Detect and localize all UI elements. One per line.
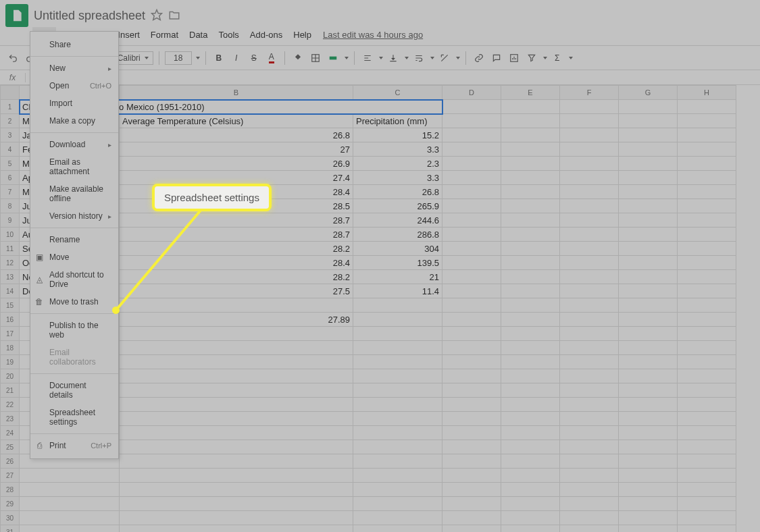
cell[interactable] (619, 497, 678, 511)
row-header[interactable]: 26 (1, 454, 20, 469)
cell[interactable] (501, 228, 560, 242)
cell[interactable] (560, 270, 619, 284)
cell[interactable] (442, 185, 501, 199)
cell[interactable] (619, 341, 678, 355)
cell[interactable] (501, 213, 560, 228)
cell[interactable]: 28.4 (120, 256, 353, 270)
cell[interactable] (619, 185, 678, 199)
col-B[interactable]: B (120, 86, 353, 100)
doc-title[interactable]: Untitled spreadsheet (34, 9, 145, 23)
cell[interactable] (120, 412, 353, 426)
cell[interactable] (678, 228, 736, 242)
menu-format[interactable]: Format (146, 27, 183, 43)
cell[interactable] (442, 454, 501, 469)
row-header[interactable]: 31 (1, 525, 20, 533)
cell[interactable] (678, 412, 736, 426)
cell[interactable] (619, 426, 678, 440)
move-folder-icon[interactable] (168, 9, 180, 23)
cell[interactable] (560, 256, 619, 270)
cell[interactable] (442, 525, 501, 533)
cell[interactable] (501, 128, 560, 142)
row-header[interactable]: 4 (1, 142, 20, 157)
cell[interactable] (442, 369, 501, 383)
cell[interactable] (678, 327, 736, 341)
cell[interactable] (560, 199, 619, 213)
cell[interactable] (501, 525, 560, 533)
col-H[interactable]: H (678, 86, 736, 100)
cell[interactable] (678, 142, 736, 157)
cell[interactable] (501, 242, 560, 256)
cell[interactable]: 27.4 (120, 171, 353, 185)
cell[interactable] (619, 398, 678, 412)
cell[interactable] (560, 228, 619, 242)
italic-button[interactable]: I (229, 50, 244, 66)
row-header[interactable]: 3 (1, 128, 20, 142)
cell[interactable] (560, 525, 619, 533)
row-header[interactable]: 9 (1, 213, 20, 228)
cell[interactable] (353, 369, 442, 383)
cell[interactable] (442, 270, 501, 284)
menu-new[interactable]: New▸ (30, 59, 118, 77)
cell[interactable] (120, 355, 353, 369)
cell[interactable] (619, 199, 678, 213)
cell[interactable] (120, 483, 353, 497)
cell[interactable] (501, 383, 560, 398)
cell[interactable] (120, 440, 353, 454)
cell[interactable] (619, 369, 678, 383)
cell[interactable]: 28.2 (120, 242, 353, 256)
cell[interactable] (353, 298, 442, 313)
cell[interactable] (442, 114, 501, 128)
cell[interactable] (619, 100, 678, 114)
cell[interactable]: 11.4 (353, 284, 442, 298)
row-header[interactable]: 7 (1, 185, 20, 199)
comment-button[interactable] (489, 50, 504, 66)
bold-button[interactable]: B (211, 50, 226, 66)
cell[interactable] (619, 128, 678, 142)
cell[interactable] (619, 454, 678, 469)
cell[interactable] (501, 199, 560, 213)
cell[interactable]: 28.7 (120, 213, 353, 228)
cell[interactable] (442, 483, 501, 497)
row-header[interactable]: 21 (1, 383, 20, 398)
menu-version[interactable]: Version history▸ (30, 207, 118, 225)
fill-color-button[interactable] (290, 50, 305, 66)
cell[interactable] (560, 412, 619, 426)
cell[interactable] (353, 383, 442, 398)
strike-button[interactable]: S (247, 50, 261, 66)
cell[interactable] (442, 355, 501, 369)
cell[interactable] (501, 469, 560, 483)
cell[interactable] (560, 440, 619, 454)
undo-button[interactable] (5, 50, 20, 66)
text-color-button[interactable]: A (264, 50, 279, 66)
cell[interactable] (20, 525, 120, 533)
cell[interactable] (678, 313, 736, 327)
menu-addons[interactable]: Add-ons (245, 27, 287, 43)
functions-button[interactable]: Σ (550, 50, 565, 66)
cell[interactable] (442, 398, 501, 412)
cell[interactable] (353, 341, 442, 355)
cell[interactable] (678, 426, 736, 440)
filter-button[interactable] (524, 50, 539, 66)
cell[interactable] (678, 525, 736, 533)
cell[interactable] (678, 369, 736, 383)
cell[interactable] (619, 469, 678, 483)
cell[interactable] (501, 398, 560, 412)
cell[interactable] (442, 440, 501, 454)
cell[interactable] (353, 355, 442, 369)
cell[interactable] (120, 369, 353, 383)
cell[interactable] (120, 327, 353, 341)
menu-spreadsheet-settings[interactable]: Spreadsheet settings (30, 404, 118, 431)
row-header[interactable]: 16 (1, 313, 20, 327)
menu-offline[interactable]: Make available offline (30, 180, 118, 207)
cell[interactable]: 244.6 (353, 213, 442, 228)
menu-download[interactable]: Download▸ (30, 136, 118, 153)
cell[interactable] (678, 511, 736, 525)
cell[interactable]: 28.4 (120, 185, 353, 199)
menu-publish[interactable]: Publish to the web (30, 317, 118, 344)
row-header[interactable]: 28 (1, 483, 20, 497)
menu-doc-details[interactable]: Document details (30, 377, 118, 404)
cell[interactable] (560, 128, 619, 142)
cell[interactable] (442, 426, 501, 440)
cell[interactable] (353, 511, 442, 525)
cell[interactable] (442, 511, 501, 525)
